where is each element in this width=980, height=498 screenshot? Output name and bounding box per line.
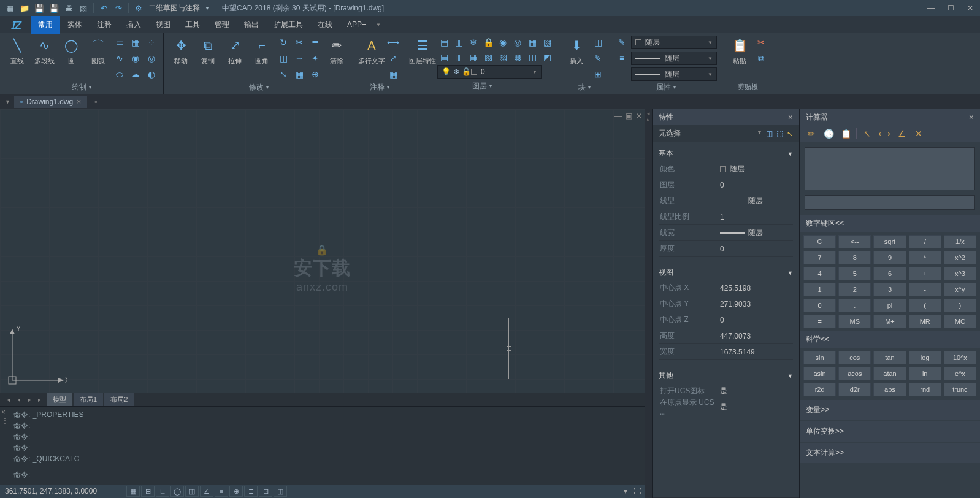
calc-input[interactable] bbox=[805, 195, 975, 210]
calc-key-3[interactable]: 3 bbox=[873, 283, 906, 296]
paste-button[interactable]: 📋粘贴 bbox=[727, 36, 752, 81]
layer-b3-icon[interactable]: ▦ bbox=[467, 50, 480, 64]
calc-key-MR[interactable]: MR bbox=[909, 315, 941, 328]
menu-online[interactable]: 在线 bbox=[310, 16, 340, 34]
explode-icon[interactable]: ✦ bbox=[308, 52, 322, 65]
calc-scikey-asin[interactable]: asin bbox=[803, 367, 836, 380]
line-button[interactable]: ╲直线 bbox=[5, 36, 29, 81]
calc-key-x^y[interactable]: x^y bbox=[944, 283, 976, 296]
scale-icon[interactable]: ⤡ bbox=[277, 67, 290, 81]
calc-scikey-acos[interactable]: acos bbox=[838, 367, 871, 380]
redo-icon[interactable]: ↷ bbox=[113, 2, 124, 13]
layer-b7-icon[interactable]: ◫ bbox=[526, 50, 539, 64]
revcloud-icon[interactable]: ☁ bbox=[129, 67, 142, 81]
layer-more2-icon[interactable]: ▧ bbox=[540, 36, 554, 49]
donut-icon[interactable]: ◎ bbox=[145, 52, 158, 65]
layer-on-icon[interactable]: ◎ bbox=[511, 36, 524, 49]
saveas-icon[interactable]: 💾 bbox=[48, 2, 59, 13]
calc-key-1[interactable]: 1 bbox=[803, 283, 836, 296]
close-button[interactable]: ✕ bbox=[963, 2, 978, 14]
config-icon[interactable]: ▾ bbox=[624, 487, 627, 496]
section-basic[interactable]: 基本▼ bbox=[659, 146, 793, 161]
snap-toggle[interactable]: ⊞ bbox=[141, 486, 155, 497]
menu-entity[interactable]: 实体 bbox=[60, 16, 90, 34]
join-icon[interactable]: ⊕ bbox=[308, 67, 322, 81]
model-toggle[interactable]: ◫ bbox=[274, 486, 287, 497]
section-view[interactable]: 视图▼ bbox=[659, 265, 793, 280]
open-icon[interactable]: 📁 bbox=[19, 2, 30, 13]
new-icon[interactable]: ▦ bbox=[4, 2, 15, 13]
calc-key-5[interactable]: 5 bbox=[838, 267, 871, 280]
menu-app[interactable]: APP+ bbox=[340, 17, 373, 33]
color-dropdown[interactable]: 随层▼ bbox=[631, 36, 717, 49]
tab-close-icon[interactable]: × bbox=[77, 98, 81, 106]
prop-row-cx[interactable]: 中心点 X425.5198 bbox=[659, 280, 793, 296]
calc-key-8[interactable]: 8 bbox=[838, 251, 871, 264]
layer-b8-icon[interactable]: ◩ bbox=[540, 50, 554, 64]
chevron-down-icon[interactable]: ▼ bbox=[202, 2, 213, 13]
command-input[interactable] bbox=[34, 470, 640, 480]
viewport-splitter[interactable]: ◂▸ bbox=[645, 109, 652, 498]
layer-freeze-icon[interactable]: ❄ bbox=[467, 36, 480, 49]
block-attr-icon[interactable]: ⊞ bbox=[591, 67, 605, 81]
layer-more1-icon[interactable]: ▦ bbox=[526, 36, 539, 49]
calc-sci-header[interactable]: 科学<< bbox=[800, 331, 980, 348]
menu-output[interactable]: 输出 bbox=[237, 16, 266, 34]
arc-button[interactable]: ⌒圆弧 bbox=[86, 36, 110, 81]
section-other[interactable]: 其他▼ bbox=[659, 368, 793, 383]
insert-button[interactable]: ⬇插入 bbox=[564, 36, 589, 81]
prop-row-layer[interactable]: 图层0 bbox=[659, 177, 793, 193]
calc-key-/[interactable]: / bbox=[909, 235, 941, 248]
layer-props-button[interactable]: ☰图层特性 bbox=[410, 36, 435, 80]
calc-key-0[interactable]: 0 bbox=[803, 299, 836, 312]
layer-state-icon[interactable]: ▤ bbox=[437, 36, 451, 49]
calc-scikey-cos[interactable]: cos bbox=[838, 351, 871, 364]
layer-b4-icon[interactable]: ▧ bbox=[481, 50, 495, 64]
layer-b5-icon[interactable]: ▨ bbox=[496, 50, 510, 64]
prop-row-ucsorigin[interactable]: 在原点显示 UCS ...是 bbox=[659, 399, 793, 415]
calc-history-icon[interactable]: 🕓 bbox=[822, 127, 835, 140]
extend-icon[interactable]: → bbox=[293, 52, 306, 65]
calc-scikey-e^x[interactable]: e^x bbox=[944, 367, 976, 380]
calc-key--[interactable]: - bbox=[909, 283, 941, 296]
calc-key-=[interactable]: = bbox=[803, 315, 836, 328]
prop-list-icon[interactable]: ≡ bbox=[615, 52, 629, 65]
calc-key-)[interactable]: ) bbox=[944, 299, 976, 312]
properties-close-icon[interactable]: × bbox=[788, 112, 793, 122]
fullscreen-icon[interactable]: ⛶ bbox=[634, 487, 641, 496]
prop-row-lweight[interactable]: 线宽随层 bbox=[659, 225, 793, 241]
linetype-dropdown[interactable]: 随层▼ bbox=[631, 52, 717, 65]
calc-key-9[interactable]: 9 bbox=[873, 251, 906, 264]
stretch-button[interactable]: ⤢拉伸 bbox=[223, 36, 247, 81]
select-obj-icon[interactable]: ↖ bbox=[787, 129, 793, 138]
new-tab-icon[interactable]: ▫ bbox=[94, 98, 97, 106]
prop-row-height[interactable]: 高度447.0073 bbox=[659, 328, 793, 344]
point-icon[interactable]: ⁘ bbox=[145, 36, 158, 49]
prop-row-ltype[interactable]: 线型随层 bbox=[659, 193, 793, 209]
prop-row-thickness[interactable]: 厚度0 bbox=[659, 241, 793, 257]
lwt-toggle[interactable]: ≡ bbox=[215, 486, 228, 497]
workspace-dropdown[interactable]: 二维草图与注释 bbox=[148, 3, 200, 13]
app-logo[interactable]: ɪz bbox=[4, 16, 28, 33]
calc-key-x^3[interactable]: x^3 bbox=[944, 267, 976, 280]
calc-key-sqrt[interactable]: sqrt bbox=[873, 235, 906, 248]
calc-key-pi[interactable]: pi bbox=[873, 299, 906, 312]
layer-b6-icon[interactable]: ▩ bbox=[511, 50, 524, 64]
calc-key-2[interactable]: 2 bbox=[838, 283, 871, 296]
calc-scikey-10^x[interactable]: 10^x bbox=[944, 351, 976, 364]
hatch-icon[interactable]: ▦ bbox=[129, 36, 142, 49]
calc-key-7[interactable]: 7 bbox=[803, 251, 836, 264]
menu-manage[interactable]: 管理 bbox=[207, 16, 237, 34]
doc-tab-drawing1[interactable]: ▫ Drawing1.dwg × bbox=[14, 96, 87, 108]
calc-textcalc-section[interactable]: 文本计算>> bbox=[800, 443, 980, 463]
menu-view[interactable]: 视图 bbox=[148, 16, 178, 34]
calc-scikey-r2d[interactable]: r2d bbox=[803, 383, 836, 396]
calc-key-+[interactable]: + bbox=[909, 267, 941, 280]
grid-toggle[interactable]: ▦ bbox=[126, 486, 140, 497]
calc-key-<--[interactable]: <-- bbox=[838, 235, 871, 248]
calc-getpoint-icon[interactable]: ↖ bbox=[860, 127, 874, 140]
calc-key-MC[interactable]: MC bbox=[944, 315, 976, 328]
minimize-button[interactable]: ― bbox=[924, 2, 938, 14]
quick-select-icon[interactable]: ⬚ bbox=[776, 129, 783, 138]
prop-row-cz[interactable]: 中心点 Z0 bbox=[659, 312, 793, 328]
